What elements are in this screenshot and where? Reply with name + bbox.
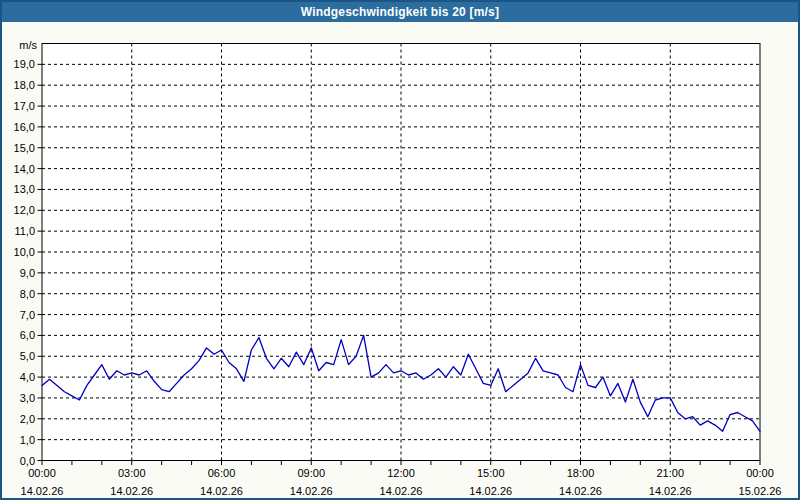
y-tick-label: 7,0 [20, 309, 35, 321]
x-tick-date-label: 14.02.26 [649, 485, 692, 497]
x-tick-date-label: 14.02.26 [469, 485, 512, 497]
y-tick-label: 5,0 [20, 350, 35, 362]
y-tick-label: 11,0 [14, 225, 35, 237]
x-tick-date-label: 14.02.26 [380, 485, 423, 497]
x-tick-date-label: 14.02.26 [200, 485, 243, 497]
x-tick-time-label: 00:00 [28, 467, 56, 479]
y-tick-label: 10,0 [14, 246, 35, 258]
x-tick-time-label: 21:00 [656, 467, 684, 479]
chart-window: Windgeschwindigkeit bis 20 [m/s] 0,01,02… [0, 0, 800, 500]
y-tick-label: 15,0 [14, 142, 35, 154]
y-tick-label: 3,0 [20, 392, 35, 404]
x-tick-time-label: 18:00 [567, 467, 595, 479]
y-tick-label: 17,0 [14, 100, 35, 112]
y-tick-label: 16,0 [14, 121, 35, 133]
wind-speed-chart: 0,01,02,03,04,05,06,07,08,09,010,011,012… [4, 24, 800, 500]
chart-area: 0,01,02,03,04,05,06,07,08,09,010,011,012… [4, 24, 800, 500]
y-tick-label: 9,0 [20, 267, 35, 279]
y-tick-label: 4,0 [20, 371, 35, 383]
y-axis-labels: 0,01,02,03,04,05,06,07,08,09,010,011,012… [14, 58, 35, 466]
y-tick-label: 0,0 [20, 455, 35, 467]
y-tick-label: 13,0 [14, 183, 35, 195]
y-axis-unit-label: m/s [19, 39, 37, 51]
y-tick-label: 2,0 [20, 413, 35, 425]
x-tick-time-label: 06:00 [208, 467, 236, 479]
y-tick-label: 8,0 [20, 288, 35, 300]
y-tick-label: 14,0 [14, 163, 35, 175]
x-tick-date-label: 14.02.26 [290, 485, 333, 497]
x-axis-labels: 00:0014.02.2603:0014.02.2606:0014.02.260… [21, 467, 782, 497]
x-tick-date-label: 15.02.26 [739, 485, 782, 497]
title-bar: Windgeschwindigkeit bis 20 [m/s] [2, 2, 798, 22]
x-tick-date-label: 14.02.26 [21, 485, 64, 497]
x-tick-time-label: 12:00 [387, 467, 415, 479]
y-tick-label: 12,0 [14, 204, 35, 216]
x-tick-date-label: 14.02.26 [110, 485, 153, 497]
y-tick-label: 1,0 [20, 434, 35, 446]
x-tick-date-label: 14.02.26 [559, 485, 602, 497]
y-tick-label: 19,0 [14, 58, 35, 70]
x-tick-time-label: 03:00 [118, 467, 146, 479]
x-tick-time-label: 09:00 [297, 467, 325, 479]
y-tick-label: 18,0 [14, 79, 35, 91]
y-tick-label: 6,0 [20, 329, 35, 341]
chart-title: Windgeschwindigkeit bis 20 [m/s] [301, 5, 499, 19]
x-tick-time-label: 15:00 [477, 467, 505, 479]
x-tick-time-label: 00:00 [746, 467, 774, 479]
